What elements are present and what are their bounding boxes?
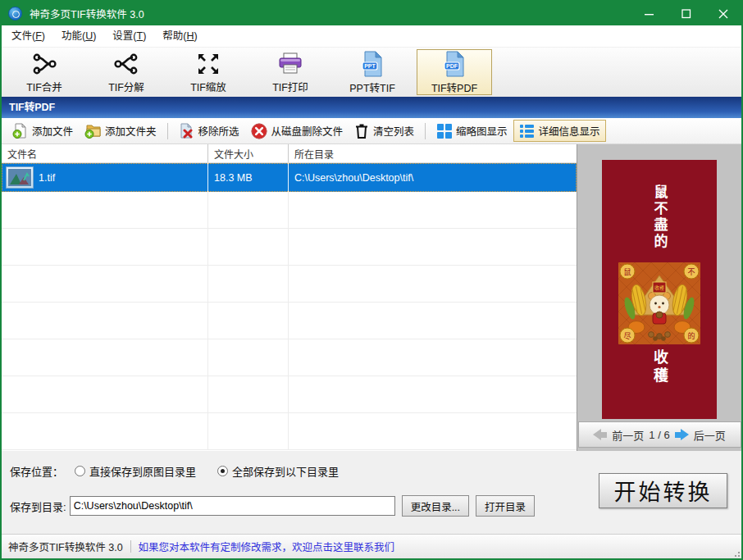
add-file-button[interactable]: 添加文件 [7,120,79,142]
maximize-button[interactable] [668,2,704,25]
file-directory: C:\Users\zhou\Desktop\tif\ [289,163,577,192]
empty-row [2,376,577,413]
tool-label: TIF合并 [26,79,62,94]
tool-label: TIF分解 [108,79,144,94]
start-convert-button[interactable]: 开始转换 [599,473,727,508]
next-page-arrow-icon[interactable] [675,429,689,440]
scale-icon [195,50,221,77]
svg-text:尽: 尽 [623,332,631,340]
list-header: 文件名 文件大小 所在目录 [2,144,577,163]
radio-icon[interactable] [217,466,228,476]
app-icon [8,7,22,20]
previous-page-label[interactable]: 前一页 [612,427,644,443]
split-icon [113,50,139,77]
ppt-doc-icon: PPT [359,50,385,78]
menu-settings[interactable]: 设置(T) [104,25,154,47]
add-folder-icon [84,123,101,139]
actionbar: 添加文件 添加文件夹 移除所选 从磁盘删除文件 清空列表 缩略图显示 详细信息显… [2,118,741,144]
poster-bottom-text: 收穫 [649,349,670,387]
column-header-filesize[interactable]: 文件大小 [208,144,289,162]
separator [167,123,168,139]
remove-selected-icon [179,123,194,139]
action-label: 添加文件夹 [105,123,157,139]
radio-label: 全部保存到以下目录里 [232,463,339,479]
resize-grip[interactable] [732,549,740,557]
menu-help[interactable]: 帮助(H) [154,25,205,47]
open-dir-button[interactable]: 打开目录 [476,495,535,517]
close-button[interactable] [704,2,741,25]
clear-list-button[interactable]: 清空列表 [349,120,420,143]
app-window: 神奇多页TIF转换软件 3.0 文件(F) 功能(U) 设置(T) 帮助(H) … [0,0,743,560]
tool-label: TIF打印 [272,79,308,94]
empty-row [2,339,577,376]
ppt-to-tif-button[interactable]: PPT PPT转TIF [335,49,410,95]
add-file-icon [12,123,28,139]
window-title: 神奇多页TIF转换软件 3.0 [30,6,631,21]
file-size: 18.3 MB [208,163,289,192]
previous-page-arrow-icon[interactable] [593,429,607,440]
minimize-button[interactable] [631,2,668,25]
table-row[interactable]: 1.tif 18.3 MB C:\Users\zhou\Desktop\tif\ [2,163,577,192]
svg-text:不: 不 [687,268,695,276]
main-area: 文件名 文件大小 所在目录 1.tif 18.3 MB C:\Users\zho… [2,144,741,451]
empty-row [2,266,577,303]
column-header-directory[interactable]: 所在目录 [289,144,577,162]
action-label: 清空列表 [373,123,414,139]
thumbnail-view-icon [436,123,452,139]
empty-row [2,303,577,339]
radio-save-custom-dir[interactable]: 全部保存到以下目录里 [217,463,339,479]
detail-view-icon [519,123,535,139]
add-folder-button[interactable]: 添加文件夹 [79,120,162,142]
save-dir-input[interactable] [70,496,395,516]
separator [130,540,131,553]
maximize-icon [681,9,691,19]
tif-scale-button[interactable]: TIF缩放 [171,49,246,95]
tif-split-button[interactable]: TIF分解 [89,49,164,95]
statusbar-app-name: 神奇多页TIF转换软件 3.0 [8,539,123,554]
action-label: 缩略图显示 [456,123,508,139]
clear-list-icon [354,123,369,139]
empty-row [2,229,577,266]
pdf-doc-icon: PDF [441,50,467,78]
printer-icon [276,50,304,77]
empty-row [2,413,577,450]
tool-label: PPT转TIF [349,80,395,95]
detail-view-button[interactable]: 详细信息显示 [513,120,606,142]
tool-label: TIF缩放 [190,79,226,94]
close-icon [718,9,728,19]
statusbar: 神奇多页TIF转换软件 3.0 如果您对本软件有定制修改需求，欢迎点击这里联系我… [2,534,741,558]
section-header: TIF转PDF [2,97,741,118]
action-label: 添加文件 [32,123,73,139]
tool-label: TIF转PDF [431,80,477,95]
delete-from-disk-button[interactable]: 从磁盘删除文件 [245,120,349,143]
svg-text:PPT: PPT [364,63,376,69]
poster-illustration: 收穫 鼠 不 尽 的 [618,262,700,344]
svg-text:的: 的 [687,331,695,340]
tif-merge-button[interactable]: TIF合并 [7,49,82,95]
action-label: 从磁盘删除文件 [271,123,344,139]
separator [425,123,426,139]
merge-icon [31,50,57,77]
file-name: 1.tif [39,172,55,184]
preview-image: 鼠不盡的 [602,160,717,419]
radio-save-original-dir[interactable]: 直接保存到原图目录里 [75,463,196,479]
thumbnail-view-button[interactable]: 缩略图显示 [431,120,513,142]
action-label: 移除所选 [198,123,239,139]
change-dir-button[interactable]: 更改目录... [402,495,469,517]
next-page-label[interactable]: 后一页 [694,427,726,443]
radio-label: 直接保存到原图目录里 [89,463,196,479]
svg-text:鼠: 鼠 [623,267,631,276]
tif-print-button[interactable]: TIF打印 [253,49,328,95]
column-header-filename[interactable]: 文件名 [2,144,208,162]
delete-from-disk-icon [251,123,267,139]
menubar: 文件(F) 功能(U) 设置(T) 帮助(H) [2,25,741,48]
radio-icon[interactable] [75,466,85,476]
menu-file[interactable]: 文件(F) [3,25,53,47]
tif-to-pdf-button[interactable]: PDF TIF转PDF [417,49,492,95]
save-dir-label: 保存到目录: [10,499,66,514]
menu-function[interactable]: 功能(U) [53,25,104,47]
svg-text:收穫: 收穫 [654,285,664,291]
contact-link[interactable]: 如果您对本软件有定制修改需求，欢迎点击这里联系我们 [139,539,395,554]
titlebar: 神奇多页TIF转换软件 3.0 [2,2,741,25]
remove-selected-button[interactable]: 移除所选 [173,120,245,142]
